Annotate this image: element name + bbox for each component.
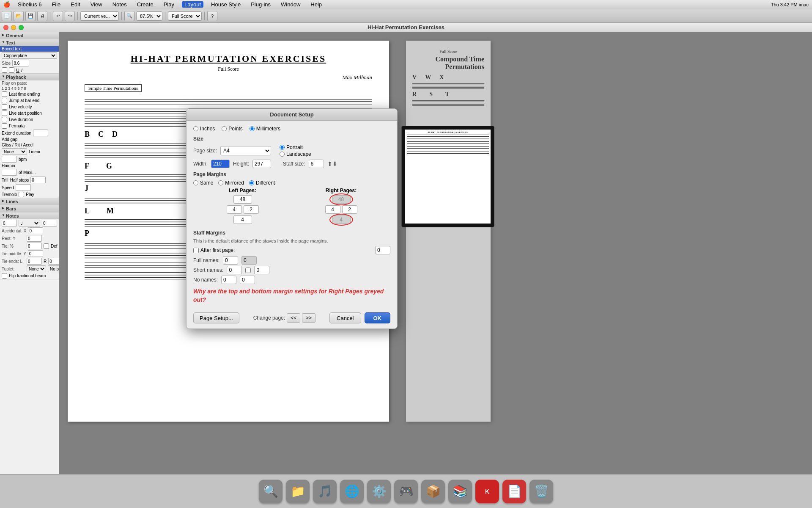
panel-section-lines-header[interactable]: Lines	[0, 198, 59, 205]
full-names-right-input[interactable]	[241, 256, 257, 265]
toolbar-btn-print[interactable]: 🖨	[37, 11, 47, 21]
mirrored-radio[interactable]	[218, 180, 223, 185]
bpm-input[interactable]	[2, 156, 17, 163]
accidental-x-input[interactable]	[28, 227, 43, 234]
right-outer-input[interactable]	[342, 205, 357, 214]
page-size-select[interactable]: A4	[220, 146, 271, 155]
window-minimize-btn[interactable]	[11, 25, 16, 30]
menu-housestyle[interactable]: House Style	[208, 1, 243, 8]
half-steps-input[interactable]	[30, 177, 46, 183]
inches-radio[interactable]	[193, 126, 198, 131]
dock-pdf[interactable]: 📄	[502, 480, 526, 503]
menu-file[interactable]: File	[49, 1, 63, 8]
after-first-input[interactable]	[375, 246, 390, 254]
menu-create[interactable]: Create	[134, 1, 156, 8]
full-names-input[interactable]	[223, 256, 238, 265]
mm-radio[interactable]	[250, 126, 255, 131]
no-names-input[interactable]	[221, 276, 236, 284]
same-radio[interactable]	[193, 180, 198, 185]
window-maximize-btn[interactable]	[19, 25, 24, 30]
panel-section-text-header[interactable]: Text	[0, 39, 59, 46]
left-inner-input[interactable]	[227, 205, 242, 214]
landscape-radio[interactable]	[280, 152, 285, 157]
toolbar-btn-save[interactable]: 💾	[25, 11, 36, 21]
portrait-radio-group[interactable]: Portrait	[280, 144, 311, 150]
right-top-input[interactable]	[332, 195, 351, 204]
menu-notes[interactable]: Notes	[110, 1, 129, 8]
staff-size-stepper[interactable]: ⬆⬇	[327, 160, 337, 167]
different-radio-group[interactable]: Different	[249, 180, 275, 186]
italic-btn[interactable]: I	[21, 68, 22, 73]
dock-books[interactable]: 📚	[448, 480, 472, 503]
dock-app1[interactable]: 📦	[421, 480, 445, 503]
staff-size-input[interactable]	[309, 160, 324, 168]
right-bottom-input[interactable]	[332, 215, 351, 224]
panel-section-general-header[interactable]: General	[0, 32, 59, 39]
short-names-right-input[interactable]	[254, 266, 269, 274]
notes-val2-input[interactable]	[42, 220, 57, 226]
live-velocity-check[interactable]	[2, 104, 7, 110]
toolbar-btn-redo[interactable]: ↪	[65, 11, 75, 21]
points-radio[interactable]	[222, 126, 227, 131]
next-page-button[interactable]: >>	[302, 313, 315, 323]
menu-play[interactable]: Play	[161, 1, 177, 8]
toolbar-view-select[interactable]: Current ve...	[80, 11, 119, 21]
left-bottom-input[interactable]	[233, 215, 252, 224]
points-radio-group[interactable]: Points	[222, 126, 242, 132]
dock-finder[interactable]: 🔍	[259, 480, 283, 503]
panel-section-playback-header[interactable]: Playback	[0, 74, 59, 80]
menu-help[interactable]: Help	[308, 1, 324, 8]
tie-mid-input[interactable]	[28, 250, 43, 257]
portrait-radio[interactable]	[280, 145, 285, 150]
left-outer-input[interactable]	[244, 205, 259, 214]
tuplet-select[interactable]: None	[27, 265, 46, 272]
width-input[interactable]	[211, 160, 230, 168]
dock-music[interactable]: 🎵	[313, 480, 337, 503]
jump-bar-check[interactable]	[2, 98, 7, 103]
underline-btn[interactable]: U	[16, 68, 19, 73]
page-setup-button[interactable]: Page Setup...	[193, 312, 239, 323]
dock-browser[interactable]: 🌐	[340, 480, 364, 503]
bold-check[interactable]	[2, 67, 7, 73]
tie-ends-r-input[interactable]	[48, 258, 59, 265]
toolbar-btn-undo[interactable]: ↩	[53, 11, 63, 21]
menu-app[interactable]: Sibelius 6	[15, 1, 44, 8]
mm-radio-group[interactable]: Millimeters	[250, 126, 280, 132]
italic-check[interactable]	[9, 67, 14, 73]
notes-type-select[interactable]: ♩	[19, 220, 40, 226]
extend-input[interactable]	[33, 130, 48, 136]
after-first-check[interactable]	[193, 248, 199, 253]
short-names-input[interactable]	[227, 266, 242, 274]
menu-layout[interactable]: Layout	[182, 1, 203, 8]
menu-edit[interactable]: Edit	[68, 1, 82, 8]
no-names-right-input[interactable]	[240, 276, 255, 284]
tremolo-check[interactable]	[19, 192, 24, 197]
size-input[interactable]	[12, 60, 29, 66]
toolbar-btn-zoom-out[interactable]: 🔍	[124, 11, 134, 21]
menu-plugins[interactable]: Plug-ins	[248, 1, 273, 8]
ok-button[interactable]: OK	[365, 312, 391, 323]
panel-section-notes-header[interactable]: Notes	[0, 213, 59, 219]
toolbar-btn-help[interactable]: ?	[207, 11, 217, 21]
toolbar-btn-open[interactable]: 📂	[14, 11, 24, 21]
speed-input[interactable]	[16, 184, 31, 191]
dock-games[interactable]: 🎮	[394, 480, 418, 503]
notes-val-input[interactable]	[2, 220, 17, 226]
landscape-radio-group[interactable]: Landscape	[280, 151, 311, 157]
flip-check[interactable]	[2, 273, 7, 279]
font-select[interactable]: Copperplate	[2, 52, 57, 59]
menu-view[interactable]: View	[88, 1, 105, 8]
toolbar-zoom-select[interactable]: 87.5%	[136, 11, 162, 21]
short-names-check[interactable]	[245, 268, 251, 273]
cancel-button[interactable]: Cancel	[329, 312, 361, 323]
dock-kobo[interactable]: K	[475, 480, 499, 503]
height-input[interactable]	[252, 160, 271, 168]
gliss-type-select[interactable]: None	[2, 148, 27, 155]
dock-trash[interactable]: 🗑️	[529, 480, 553, 503]
live-dur-check[interactable]	[2, 117, 7, 122]
apple-menu[interactable]: 🍎	[3, 1, 10, 8]
menu-window[interactable]: Window	[278, 1, 303, 8]
rest-y-input[interactable]	[27, 235, 42, 242]
last-time-check[interactable]	[2, 91, 7, 97]
def-check[interactable]	[44, 243, 49, 249]
